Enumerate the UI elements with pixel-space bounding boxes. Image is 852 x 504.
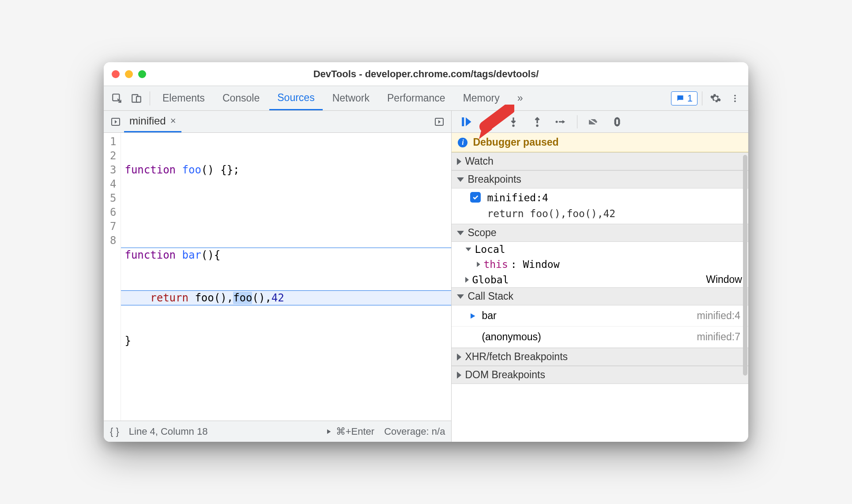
svg-point-3 [734, 94, 736, 96]
inspect-element-icon[interactable] [108, 90, 126, 107]
tab-sources[interactable]: Sources [269, 86, 322, 110]
scope-global[interactable]: Global Window [452, 272, 748, 287]
window-title: DevTools - developer.chrome.com/tags/dev… [104, 68, 748, 80]
code-line: } [121, 334, 451, 348]
debugger-pane: i Debugger paused Watch Breakpoints mini… [452, 111, 748, 442]
panel-tab-strip: Elements Console Sources Network Perform… [104, 86, 748, 111]
issues-badge[interactable]: 1 [671, 91, 697, 105]
step-into-button[interactable] [505, 114, 521, 130]
code-line [121, 205, 451, 219]
zoom-window-button[interactable] [138, 70, 146, 78]
tab-memory[interactable]: Memory [455, 86, 508, 110]
code-line [121, 376, 451, 390]
tab-elements[interactable]: Elements [155, 86, 213, 110]
kebab-menu-icon[interactable] [726, 90, 744, 107]
chevron-right-icon [465, 277, 469, 282]
section-callstack[interactable]: Call Stack [452, 287, 748, 305]
code-line: function bar(){ [121, 248, 451, 262]
code-lines: function foo() {}; function bar(){ retur… [121, 133, 451, 421]
svg-point-10 [513, 124, 515, 126]
scope-local[interactable]: Local [452, 242, 748, 257]
pause-on-exceptions-button[interactable] [609, 114, 625, 130]
section-scope[interactable]: Scope [452, 224, 748, 242]
cursor-position: Line 4, Column 18 [129, 426, 208, 437]
chevron-down-icon [457, 294, 464, 299]
deactivate-breakpoints-button[interactable] [585, 114, 601, 130]
code-line-paused: return foo(),foo(),42 [121, 290, 451, 305]
debugger-sections: Watch Breakpoints minified:4 return foo(… [452, 152, 748, 442]
close-window-button[interactable] [112, 70, 120, 78]
stack-frame[interactable]: (anonymous) minified:7 [452, 327, 748, 348]
breakpoint-item[interactable]: minified:4 [452, 188, 748, 207]
issues-count: 1 [687, 93, 693, 104]
svg-rect-8 [462, 117, 464, 126]
file-tab-label: minified [129, 115, 166, 127]
code-line: function foo() {}; [121, 163, 451, 177]
tab-performance[interactable]: Performance [379, 86, 453, 110]
breakpoint-checkbox[interactable] [470, 192, 481, 203]
svg-point-11 [536, 124, 539, 126]
svg-point-4 [734, 98, 736, 99]
tab-console[interactable]: Console [215, 86, 268, 110]
devtools-window: DevTools - developer.chrome.com/tags/dev… [104, 62, 748, 442]
debugger-toolbar [452, 111, 748, 133]
stack-frame[interactable]: bar minified:4 [452, 305, 748, 327]
chevron-right-icon [457, 372, 461, 379]
minimize-window-button[interactable] [125, 70, 133, 78]
settings-icon[interactable] [707, 90, 724, 107]
step-button[interactable] [553, 114, 569, 130]
svg-rect-13 [616, 119, 618, 124]
close-icon[interactable]: × [170, 115, 176, 127]
gutter: 1 2 3 4 5 6 7 8 [104, 133, 121, 421]
svg-rect-2 [136, 96, 141, 102]
run-snippet-hint[interactable]: ⌘+Enter [324, 426, 374, 437]
coverage-status: Coverage: n/a [384, 426, 445, 437]
more-tabs-icon[interactable] [431, 113, 448, 130]
resume-button[interactable] [458, 114, 474, 130]
titlebar: DevTools - developer.chrome.com/tags/dev… [104, 62, 748, 86]
device-toolbar-icon[interactable] [128, 90, 145, 107]
info-icon: i [458, 138, 467, 147]
code-editor[interactable]: 1 2 3 4 5 6 7 8 function foo() {}; funct… [104, 133, 451, 421]
main-split: minified × 1 2 3 4 5 6 7 8 [104, 111, 748, 442]
navigator-toggle-icon[interactable] [107, 113, 124, 130]
file-tabs: minified × [104, 111, 451, 133]
chevron-down-icon [466, 248, 471, 251]
step-out-button[interactable] [529, 114, 545, 130]
sources-pane: minified × 1 2 3 4 5 6 7 8 [104, 111, 452, 442]
pretty-print-button[interactable]: { } [110, 426, 119, 437]
tab-network[interactable]: Network [324, 86, 377, 110]
chevron-down-icon [457, 231, 464, 235]
current-frame-icon [469, 312, 477, 320]
svg-point-5 [734, 100, 736, 102]
chevron-right-icon [477, 262, 481, 267]
section-dom-breakpoints[interactable]: DOM Breakpoints [452, 366, 748, 384]
svg-point-12 [556, 120, 558, 123]
tabs-overflow[interactable]: » [509, 86, 531, 110]
chevron-right-icon [457, 158, 461, 165]
section-breakpoints[interactable]: Breakpoints [452, 170, 748, 188]
section-xhr-breakpoints[interactable]: XHR/fetch Breakpoints [452, 348, 748, 366]
breakpoint-label: minified:4 [487, 192, 548, 203]
chevron-down-icon [457, 177, 464, 182]
svg-point-9 [488, 124, 490, 126]
chevron-right-icon [457, 354, 461, 361]
step-over-button[interactable] [482, 114, 498, 130]
paused-label: Debugger paused [473, 136, 558, 148]
scope-this[interactable]: this: Window [452, 257, 748, 272]
section-watch[interactable]: Watch [452, 152, 748, 170]
window-controls [112, 70, 146, 78]
file-tab-minified[interactable]: minified × [124, 111, 181, 132]
status-bar: { } Line 4, Column 18 ⌘+Enter Coverage: … [104, 421, 451, 442]
debugger-paused-banner: i Debugger paused [452, 133, 748, 152]
code-line: bar(); [121, 418, 451, 421]
breakpoint-code: return foo(),foo(),42 [452, 207, 748, 224]
